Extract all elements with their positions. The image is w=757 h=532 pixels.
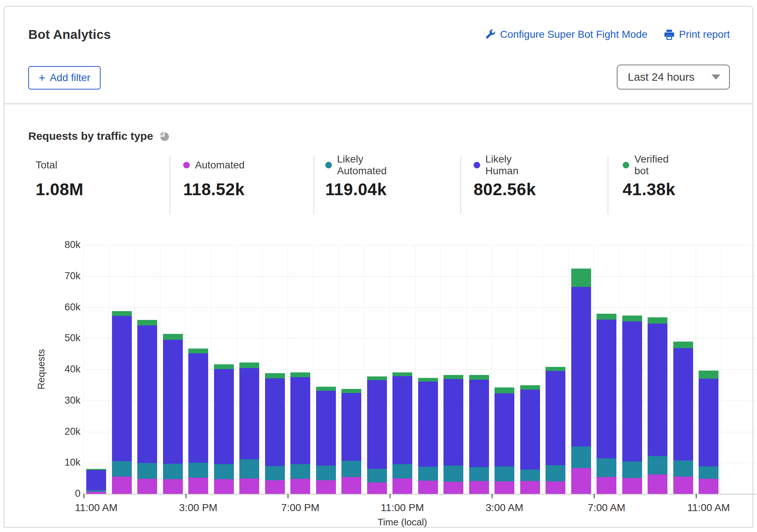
bar-segment-likely-automated[interactable] bbox=[546, 465, 565, 481]
bar-5-00-pm[interactable] bbox=[239, 362, 259, 494]
bar-segment-likely-human[interactable] bbox=[546, 371, 565, 465]
bar-segment-verified-bot[interactable] bbox=[648, 317, 667, 323]
bar-segment-likely-human[interactable] bbox=[341, 393, 361, 461]
bar-3-00-pm[interactable] bbox=[188, 349, 208, 494]
bar-segment-likely-automated[interactable] bbox=[112, 461, 132, 477]
bar-segment-likely-automated[interactable] bbox=[188, 463, 208, 478]
bar-segment-likely-human[interactable] bbox=[265, 378, 285, 466]
bar-segment-likely-human[interactable] bbox=[163, 340, 183, 463]
bar-segment-likely-human[interactable] bbox=[316, 391, 336, 466]
bar-segment-likely-automated[interactable] bbox=[597, 458, 616, 477]
bar-segment-verified-bot[interactable] bbox=[622, 316, 642, 322]
bar-segment-verified-bot[interactable] bbox=[418, 378, 438, 382]
bar-segment-likely-automated[interactable] bbox=[367, 469, 387, 482]
bar-10-00-am[interactable] bbox=[673, 342, 693, 494]
bar-segment-automated[interactable] bbox=[341, 477, 361, 494]
bar-segment-likely-automated[interactable] bbox=[495, 466, 514, 482]
bar-1-00-am[interactable] bbox=[443, 375, 463, 494]
bar-segment-verified-bot[interactable] bbox=[290, 372, 310, 377]
bar-segment-likely-human[interactable] bbox=[214, 369, 234, 464]
bar-8-00-pm[interactable] bbox=[316, 387, 336, 494]
bar-segment-likely-automated[interactable] bbox=[443, 466, 463, 482]
bar-segment-likely-automated[interactable] bbox=[265, 466, 285, 480]
bar-segment-automated[interactable] bbox=[265, 480, 285, 494]
bar-segment-verified-bot[interactable] bbox=[673, 342, 693, 348]
bar-segment-likely-human[interactable] bbox=[469, 380, 489, 467]
bar-segment-automated[interactable] bbox=[214, 479, 234, 494]
bar-segment-automated[interactable] bbox=[367, 482, 387, 494]
bar-segment-verified-bot[interactable] bbox=[546, 367, 565, 371]
bar-segment-automated[interactable] bbox=[469, 481, 489, 494]
bar-segment-likely-automated[interactable] bbox=[239, 459, 259, 478]
bar-9-00-am[interactable] bbox=[648, 317, 667, 494]
bar-segment-verified-bot[interactable] bbox=[699, 371, 718, 379]
bar-segment-likely-human[interactable] bbox=[495, 393, 514, 466]
bar-segment-verified-bot[interactable] bbox=[316, 387, 336, 391]
bar-segment-verified-bot[interactable] bbox=[214, 364, 234, 369]
bar-8-00-am[interactable] bbox=[622, 316, 642, 494]
bar-segment-verified-bot[interactable] bbox=[265, 373, 285, 378]
bar-12-00-am[interactable] bbox=[418, 378, 438, 494]
bar-segment-likely-human[interactable] bbox=[112, 316, 132, 461]
bar-segment-likely-automated[interactable] bbox=[571, 447, 591, 468]
bar-segment-verified-bot[interactable] bbox=[86, 469, 106, 470]
bar-segment-likely-automated[interactable] bbox=[137, 463, 157, 479]
bar-segment-verified-bot[interactable] bbox=[392, 372, 412, 376]
bar-4-00-am[interactable] bbox=[520, 385, 540, 494]
bar-12-00-pm[interactable] bbox=[112, 311, 132, 494]
bar-segment-automated[interactable] bbox=[112, 477, 132, 494]
bar-segment-automated[interactable] bbox=[418, 481, 438, 494]
bar-segment-likely-automated[interactable] bbox=[214, 464, 234, 480]
bar-segment-likely-human[interactable] bbox=[622, 321, 642, 461]
bar-segment-verified-bot[interactable] bbox=[571, 269, 591, 287]
bar-segment-automated[interactable] bbox=[673, 477, 693, 494]
bar-6-00-am[interactable] bbox=[571, 269, 591, 494]
bar-segment-likely-human[interactable] bbox=[188, 353, 208, 463]
bar-segment-likely-automated[interactable] bbox=[316, 466, 336, 480]
bar-segment-likely-automated[interactable] bbox=[86, 490, 106, 492]
bar-segment-verified-bot[interactable] bbox=[443, 375, 463, 379]
bar-segment-likely-automated[interactable] bbox=[673, 460, 693, 476]
bar-1-00-pm[interactable] bbox=[137, 320, 157, 494]
bar-segment-automated[interactable] bbox=[86, 492, 106, 494]
bar-segment-likely-human[interactable] bbox=[137, 325, 157, 463]
bar-segment-automated[interactable] bbox=[648, 474, 667, 494]
bar-segment-verified-bot[interactable] bbox=[163, 334, 183, 340]
bar-segment-verified-bot[interactable] bbox=[597, 314, 616, 319]
bar-9-00-pm[interactable] bbox=[341, 389, 361, 494]
bar-segment-verified-bot[interactable] bbox=[341, 389, 361, 393]
bar-4-00-pm[interactable] bbox=[214, 364, 234, 494]
bar-6-00-pm[interactable] bbox=[265, 373, 285, 494]
bar-5-00-am[interactable] bbox=[546, 367, 565, 494]
bar-segment-automated[interactable] bbox=[520, 481, 540, 494]
bar-segment-verified-bot[interactable] bbox=[367, 376, 387, 380]
bar-segment-verified-bot[interactable] bbox=[239, 362, 259, 368]
bar-2-00-am[interactable] bbox=[469, 375, 489, 494]
bar-segment-likely-human[interactable] bbox=[520, 390, 540, 470]
bar-segment-automated[interactable] bbox=[188, 478, 208, 494]
bar-segment-likely-human[interactable] bbox=[699, 379, 718, 467]
bar-segment-likely-automated[interactable] bbox=[622, 462, 642, 478]
bar-segment-likely-human[interactable] bbox=[367, 380, 387, 469]
bar-segment-likely-automated[interactable] bbox=[699, 466, 718, 479]
bar-segment-automated[interactable] bbox=[163, 479, 183, 494]
bar-segment-likely-human[interactable] bbox=[673, 348, 693, 461]
bar-segment-likely-human[interactable] bbox=[86, 470, 106, 490]
bar-segment-automated[interactable] bbox=[571, 468, 591, 494]
bar-segment-likely-automated[interactable] bbox=[469, 467, 489, 481]
bar-segment-automated[interactable] bbox=[622, 478, 642, 494]
bar-segment-likely-automated[interactable] bbox=[392, 464, 412, 479]
bar-segment-likely-automated[interactable] bbox=[520, 470, 540, 481]
bar-segment-verified-bot[interactable] bbox=[137, 320, 157, 325]
bar-segment-verified-bot[interactable] bbox=[495, 387, 514, 393]
bar-segment-likely-human[interactable] bbox=[418, 382, 438, 467]
bar-segment-verified-bot[interactable] bbox=[520, 385, 540, 390]
bar-7-00-pm[interactable] bbox=[290, 372, 310, 494]
bar-segment-verified-bot[interactable] bbox=[188, 349, 208, 353]
bar-11-00-am[interactable] bbox=[699, 371, 718, 494]
bar-segment-likely-human[interactable] bbox=[290, 377, 310, 464]
bar-segment-likely-automated[interactable] bbox=[163, 464, 183, 479]
bar-segment-verified-bot[interactable] bbox=[469, 375, 489, 380]
bar-segment-automated[interactable] bbox=[137, 479, 157, 494]
bar-segment-automated[interactable] bbox=[290, 479, 310, 494]
